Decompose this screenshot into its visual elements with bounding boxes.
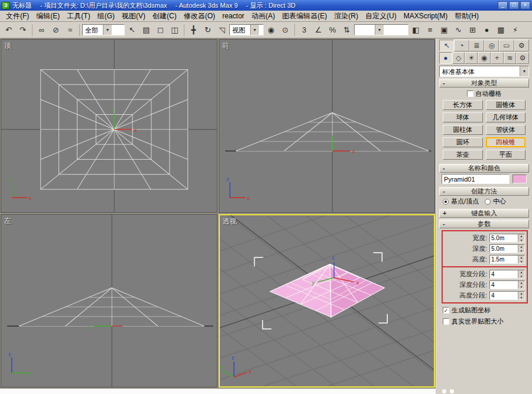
object-type-button-sphere[interactable]: 球体 [443, 112, 483, 122]
radio-icon[interactable] [443, 199, 449, 205]
select-and-manipulate-icon[interactable]: ⊙ [278, 23, 292, 37]
menu-tools[interactable]: 工具(T) [63, 11, 93, 22]
object-type-button-teapot[interactable]: 茶壶 [443, 150, 483, 160]
snap-toggle-icon[interactable]: 3 [297, 23, 311, 37]
motion-tab-icon[interactable]: ◎ [484, 40, 499, 51]
height-spinner[interactable]: 1.5m ▲▼ [489, 255, 525, 264]
spinner-arrows-icon[interactable]: ▲▼ [518, 245, 524, 253]
use-pivot-point-center-icon[interactable]: ◉ [264, 23, 278, 37]
creation-method-rollout-header[interactable]: - 创建方法 [439, 187, 529, 196]
modify-tab-icon[interactable]: ◔ [454, 40, 469, 51]
utilities-tab-icon[interactable]: ⚙ [514, 40, 529, 51]
menu-maxscript[interactable]: MAXScript(M) [400, 11, 452, 21]
select-and-link-icon[interactable]: ∞ [35, 23, 48, 37]
object-type-rollout-header[interactable]: - 对象类型 [439, 79, 529, 88]
unlink-selection-icon[interactable]: ⊘ [49, 23, 63, 37]
generate-mapping-coords-checkbox[interactable]: ✓ [443, 307, 449, 314]
menu-views[interactable]: 视图(V) [118, 11, 149, 22]
spinner-arrows-icon[interactable]: ▲▼ [518, 256, 524, 263]
width-segs-spinner[interactable]: 4 ▲▼ [489, 270, 525, 279]
menu-edit[interactable]: 编辑(E) [33, 11, 63, 22]
object-type-button-plane[interactable]: 平面 [486, 150, 526, 160]
app-icon[interactable]: 3 [2, 2, 10, 9]
dropdown-arrow-icon[interactable]: ▼ [375, 25, 384, 35]
layer-manager-icon[interactable]: ▣ [437, 23, 451, 37]
cameras-icon[interactable]: ◉ [478, 52, 491, 64]
object-type-button-pyramid[interactable]: 四棱锥 [486, 137, 526, 147]
helpers-icon[interactable]: + [491, 52, 504, 64]
menu-reactor[interactable]: reactor [219, 11, 248, 21]
object-type-button-tube[interactable]: 管状体 [486, 125, 526, 135]
name-color-rollout-header[interactable]: - 名称和颜色 [439, 164, 529, 173]
menu-create[interactable]: 创建(C) [149, 11, 180, 22]
real-world-map-size-checkbox[interactable] [443, 318, 449, 325]
viewport-perspective[interactable]: 透视 [219, 214, 436, 388]
menu-customize[interactable]: 自定义(U) [362, 11, 400, 22]
select-and-rotate-icon[interactable]: ↻ [201, 23, 215, 37]
viewport-perspective-label[interactable]: 透视 [223, 217, 237, 227]
create-tab-icon[interactable]: ↖ [439, 40, 454, 51]
autogrid-checkbox[interactable] [467, 91, 473, 97]
mirror-icon[interactable]: ◧ [409, 23, 423, 37]
redo-icon[interactable]: ↷ [16, 23, 30, 37]
object-name-field[interactable] [442, 174, 510, 184]
menu-file[interactable]: 文件(F) [2, 11, 33, 22]
creation-method-base-apex[interactable]: 基点/顶点 [443, 197, 479, 206]
angle-snap-toggle-icon[interactable]: ∠ [312, 23, 325, 37]
lights-icon[interactable]: ☀ [465, 52, 478, 64]
align-icon[interactable]: ≡ [423, 23, 437, 37]
object-type-button-box[interactable]: 长方体 [443, 100, 483, 110]
viewport-top[interactable]: 顶 x y y x [1, 39, 218, 213]
object-type-button-cylinder[interactable]: 圆柱体 [443, 125, 483, 135]
hierarchy-tab-icon[interactable]: ≣ [469, 40, 484, 51]
shapes-icon[interactable]: ◇ [452, 52, 465, 64]
selection-filter-dropdown[interactable]: 全部 ▼ [82, 24, 125, 35]
dropdown-arrow-icon[interactable]: ▼ [520, 66, 528, 76]
viewport-front-label[interactable]: 前 [222, 41, 229, 51]
keyboard-entry-rollout-header[interactable]: + 键盘输入 [439, 209, 529, 218]
geometry-icon[interactable]: ● [439, 52, 452, 64]
named-selection-sets-dropdown[interactable]: ▼ [354, 24, 408, 35]
creation-method-center[interactable]: 中心 [485, 197, 506, 206]
close-button[interactable]: × [520, 1, 530, 9]
spinner-arrows-icon[interactable]: ▲▼ [518, 281, 524, 289]
systems-icon[interactable]: ⚙ [516, 52, 529, 64]
select-object-icon[interactable]: ↖ [125, 23, 139, 37]
rectangular-selection-region-icon[interactable]: ◻ [154, 23, 167, 37]
object-type-button-cone[interactable]: 圆锥体 [486, 100, 526, 110]
schematic-view-icon[interactable]: ⊞ [466, 23, 479, 37]
object-type-button-geosphere[interactable]: 几何球体 [486, 112, 526, 122]
material-editor-icon[interactable]: ● [480, 23, 494, 37]
window-crossing-icon[interactable]: ◫ [168, 23, 181, 37]
percent-snap-toggle-icon[interactable]: % [326, 23, 339, 37]
spinner-arrows-icon[interactable]: ▲▼ [518, 234, 524, 242]
select-and-scale-icon[interactable]: ◹ [215, 23, 229, 37]
object-type-button-torus[interactable]: 圆环 [443, 137, 483, 147]
display-tab-icon[interactable]: ▭ [499, 40, 514, 51]
curve-editor-icon[interactable]: ∿ [452, 23, 465, 37]
undo-icon[interactable]: ↶ [2, 23, 15, 37]
menu-animation[interactable]: 动画(A) [248, 11, 278, 22]
menu-rendering[interactable]: 渲染(R) [330, 11, 362, 22]
space-warps-icon[interactable]: ≋ [504, 52, 517, 64]
select-by-name-icon[interactable]: ▤ [140, 23, 153, 37]
depth-spinner[interactable]: 5.0m ▲▼ [489, 244, 525, 253]
primitive-category-dropdown[interactable]: 标准基本体 ▼ [439, 66, 529, 77]
select-and-move-icon[interactable]: ╋ [187, 23, 200, 37]
viewport-front[interactable]: 前 x z x [219, 39, 436, 213]
reference-coordinate-dropdown[interactable]: 视图 ▼ [229, 24, 264, 35]
parameters-rollout-header[interactable]: - 参数 [439, 219, 529, 228]
dropdown-arrow-icon[interactable]: ▼ [103, 25, 112, 35]
spinner-arrows-icon[interactable]: ▲▼ [518, 270, 524, 278]
menu-modifiers[interactable]: 修改器(O) [180, 11, 219, 22]
menu-graph-editors[interactable]: 图表编辑器(E) [278, 11, 330, 22]
width-spinner[interactable]: 5.0m ▲▼ [489, 234, 525, 243]
spinner-snap-toggle-icon[interactable]: ⇅ [340, 23, 353, 37]
viewport-top-label[interactable]: 顶 [4, 41, 11, 51]
viewport-left-label[interactable]: 左 [4, 216, 11, 226]
dropdown-arrow-icon[interactable]: ▼ [250, 25, 259, 35]
maximize-button[interactable]: □ [509, 1, 519, 9]
object-color-swatch[interactable] [512, 175, 527, 183]
depth-segs-spinner[interactable]: 4 ▲▼ [489, 280, 525, 289]
viewport-left[interactable]: 左 y z y [1, 214, 218, 388]
